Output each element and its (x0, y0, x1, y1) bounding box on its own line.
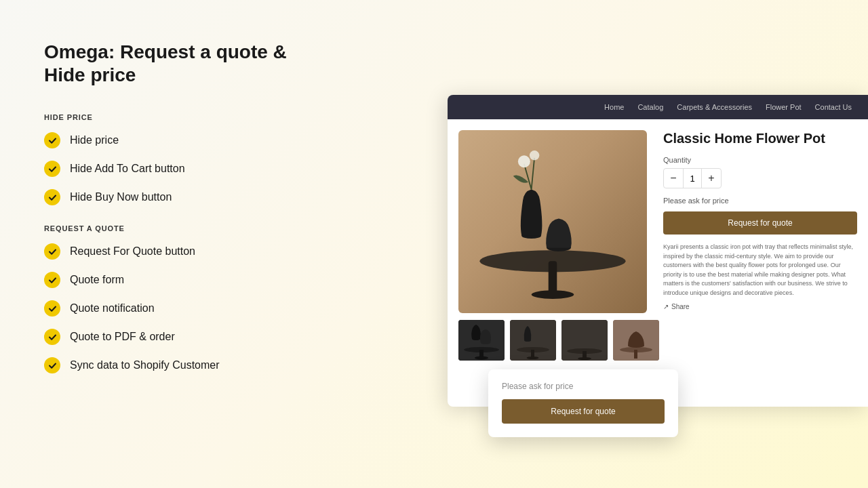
check-icon-2 (44, 161, 60, 177)
feature-text-quote-form: Quote form (70, 274, 124, 286)
ask-price-text: Please ask for price (663, 197, 857, 205)
feature-text-hide-add-to-cart: Hide Add To Cart button (70, 163, 185, 175)
page-title: Omega: Request a quote & Hide price (44, 41, 295, 86)
svg-point-18 (527, 357, 539, 359)
quantity-increase-button[interactable]: + (702, 169, 721, 188)
check-icon-8 (44, 357, 60, 373)
svg-point-8 (530, 150, 539, 160)
thumbnail-1[interactable] (458, 320, 505, 361)
request-quote-button[interactable]: Request for quote (663, 211, 857, 235)
feature-text-rfq-button: Request For Quote button (70, 245, 195, 258)
thumbnail-row (458, 320, 647, 361)
svg-point-23 (578, 357, 591, 360)
check-icon-3 (44, 189, 60, 205)
share-link[interactable]: ↗ Share (663, 303, 857, 310)
product-detail-col: Classic Home Flower Pot Quantity − 1 + P… (658, 119, 868, 404)
svg-rect-1 (549, 261, 557, 294)
svg-rect-26 (634, 350, 637, 359)
product-description: Kyarii presents a classic iron pot with … (663, 243, 857, 298)
check-icon-7 (44, 329, 60, 345)
left-panel: Omega: Request a quote & Hide price HIDE… (0, 0, 339, 488)
nav-item-carpets[interactable]: Carpets & Accessories (677, 103, 752, 111)
request-quote-section-label: REQUEST A QUOTE (44, 224, 295, 232)
list-item: Quote notification (44, 300, 295, 317)
list-item: Sync data to Shopify Customer (44, 357, 295, 373)
nav-item-home[interactable]: Home (604, 103, 624, 111)
popup-overlay: Please ask for price Request for quote (488, 369, 678, 437)
hide-price-list: Hide price Hide Add To Cart button Hide … (44, 132, 295, 205)
thumbnail-3[interactable] (561, 320, 608, 361)
list-item: Quote form (44, 272, 295, 288)
nav-item-contact[interactable]: Contact Us (815, 103, 852, 111)
thumbnail-2[interactable] (510, 320, 556, 361)
check-icon-1 (44, 132, 60, 148)
thumbnail-4[interactable] (613, 320, 659, 361)
store-nav: Home Catalog Carpets & Accessories Flowe… (448, 95, 868, 119)
share-label: Share (671, 303, 690, 310)
feature-text-hide-buy-now: Hide Buy Now button (70, 191, 172, 203)
feature-text-hide-price: Hide price (70, 134, 119, 146)
right-panel: Please ask for price Request for quote H… (339, 0, 868, 488)
check-icon-5 (44, 272, 60, 288)
request-quote-list: Request For Quote button Quote form Quot… (44, 243, 295, 373)
list-item: Quote to PDF & order (44, 329, 295, 345)
feature-text-quote-to-pdf: Quote to PDF & order (70, 331, 175, 343)
quantity-label: Quantity (663, 156, 857, 164)
list-item: Hide price (44, 132, 295, 148)
popup-request-quote-button[interactable]: Request for quote (502, 399, 665, 424)
svg-line-5 (524, 164, 532, 190)
share-icon: ↗ (663, 303, 669, 310)
svg-point-2 (532, 290, 574, 299)
product-title: Classic Home Flower Pot (663, 130, 857, 146)
svg-point-7 (518, 155, 530, 167)
main-product-image (458, 130, 647, 313)
check-icon-4 (44, 243, 60, 260)
list-item: Request For Quote button (44, 243, 295, 260)
svg-line-6 (532, 158, 534, 190)
list-item: Hide Buy Now button (44, 189, 295, 205)
main-container: Omega: Request a quote & Hide price HIDE… (0, 0, 868, 488)
check-icon-6 (44, 300, 60, 317)
hide-price-section-label: HIDE PRICE (44, 113, 295, 121)
store-content: Classic Home Flower Pot Quantity − 1 + P… (448, 119, 868, 404)
store-mockup: Home Catalog Carpets & Accessories Flowe… (448, 95, 868, 407)
list-item: Hide Add To Cart button (44, 161, 295, 177)
quantity-control: − 1 + (663, 168, 722, 188)
feature-text-sync-data: Sync data to Shopify Customer (70, 359, 220, 371)
product-images-col (448, 119, 658, 404)
popup-ask-price-text: Please ask for price (502, 382, 665, 391)
nav-item-catalog[interactable]: Catalog (637, 103, 663, 111)
popup-card: Please ask for price Request for quote (488, 369, 678, 437)
feature-text-quote-notification: Quote notification (70, 302, 155, 314)
nav-item-flower-pot[interactable]: Flower Pot (766, 103, 802, 111)
quantity-value: 1 (683, 169, 702, 188)
svg-point-12 (475, 357, 488, 360)
quantity-decrease-button[interactable]: − (664, 169, 683, 188)
